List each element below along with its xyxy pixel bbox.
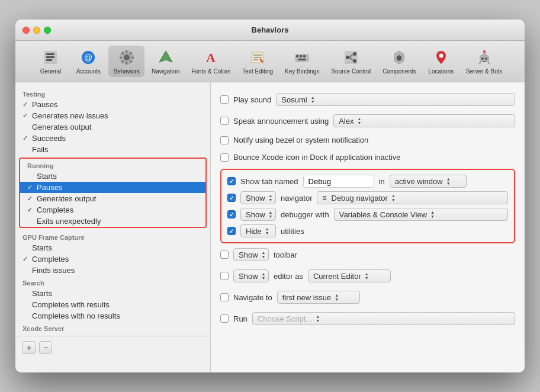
hide-utilities-checkbox[interactable] (227, 227, 236, 235)
up-arrow-icon: ▲ (391, 194, 396, 198)
toolbar-item-key-bindings[interactable]: Key Bindings (280, 46, 324, 77)
navigator-type-select[interactable]: ≡ Debug navigator ▲ ▼ (317, 191, 508, 204)
sidebar-item-testing-pauses[interactable]: ✓ Pauses (15, 99, 210, 110)
speak-voice-select[interactable]: Alex ▲ ▼ (333, 114, 515, 127)
svg-rect-17 (303, 55, 306, 57)
check-icon: ✓ (27, 184, 33, 191)
down-arrow-icon: ▼ (316, 319, 320, 323)
show-value: Show (246, 194, 265, 203)
show-toolbar-select[interactable]: Show ▲ ▼ (233, 248, 269, 261)
debugger-with-label: debugger with (281, 210, 329, 219)
source-control-icon (342, 48, 361, 67)
voice-arrows: ▲ ▼ (357, 117, 361, 125)
show-toolbar-checkbox[interactable] (220, 250, 229, 259)
up-arrow-icon: ▲ (335, 293, 339, 297)
hide-value: Hide (246, 227, 262, 236)
highlighted-settings-section: Show tab named in active window ▲ ▼ (220, 169, 515, 243)
sidebar-item-gpu-completes[interactable]: ✓ Completes (15, 253, 210, 265)
svg-rect-1 (46, 53, 54, 55)
sidebar-item-running-generates-output[interactable]: ✓ Generates output (20, 193, 205, 204)
down-arrow-icon: ▼ (430, 214, 435, 219)
svg-text:A: A (206, 50, 216, 65)
sidebar-item-search-starts[interactable]: Starts (15, 288, 210, 299)
add-behavior-button[interactable]: + (22, 341, 36, 354)
toolbar-item-server-bots[interactable]: Server & Bots (461, 46, 507, 77)
tab-name-input[interactable] (303, 175, 374, 188)
toolbar-label-source-control: Source Control (331, 68, 371, 75)
sidebar-item-search-completes-no-results[interactable]: Completes with no results (15, 310, 210, 322)
sound-value: Sosumi (281, 95, 307, 104)
show-editor-select[interactable]: Show ▲ ▼ (233, 269, 269, 282)
show-hide-select-navigator[interactable]: Show ▲ ▼ (240, 191, 276, 204)
sidebar-item-running-exits[interactable]: Exits unexpectedly (20, 216, 205, 227)
locations-icon (432, 48, 451, 67)
debugger-view-select[interactable]: Variables & Console View ▲ ▼ (334, 208, 508, 221)
sidebar-item-gpu-starts[interactable]: Starts (15, 242, 210, 253)
sidebar-item-running-pauses[interactable]: ✓ Pauses (20, 182, 205, 193)
toolbar-item-components[interactable]: Components (378, 46, 421, 77)
debugger-view-arrows: ▲ ▼ (430, 210, 435, 219)
bounce-icon-checkbox[interactable] (220, 153, 229, 162)
behaviors-icon (117, 48, 136, 67)
hide-show-select-utilities[interactable]: Hide ▲ ▼ (240, 224, 276, 237)
show-toolbar-arrows: ▲ ▼ (262, 250, 266, 259)
maximize-button[interactable] (44, 27, 51, 34)
main-window: Behaviors General @ Accounts (15, 20, 525, 372)
notify-bezel-label: Notify using bezel or system notificatio… (233, 136, 368, 144)
toolbar-item-navigation[interactable]: Navigation (147, 46, 184, 77)
sidebar-item-running-starts[interactable]: Starts (20, 171, 205, 182)
show-editor-value: Show (239, 272, 258, 281)
show-editor-row: Show ▲ ▼ editor as Current Editor ▲ ▼ (220, 268, 515, 284)
sidebar-item-search-completes-results[interactable]: Completes with results (15, 299, 210, 310)
sidebar-item-gpu-finds-issues[interactable]: Finds issues (15, 265, 210, 276)
svg-point-22 (353, 59, 356, 63)
close-button[interactable] (22, 27, 30, 34)
sidebar-item-testing-generates-output[interactable]: Generates output (15, 121, 210, 133)
play-sound-select[interactable]: Sosumi ▲ ▼ (276, 93, 515, 106)
show-debugger-checkbox[interactable] (227, 210, 236, 219)
bounce-icon-row: Bounce Xcode icon in Dock if application… (220, 152, 515, 163)
choose-script-placeholder: Choose Script... (258, 314, 313, 323)
minimize-button[interactable] (33, 27, 40, 34)
show-navigator-checkbox[interactable] (227, 194, 236, 202)
run-script-checkbox[interactable] (220, 314, 229, 323)
editor-type-select[interactable]: Current Editor ▲ ▼ (308, 269, 391, 282)
speak-announcement-checkbox[interactable] (220, 117, 229, 125)
toolbar-item-locations[interactable]: Locations (423, 46, 459, 77)
svg-rect-18 (298, 59, 306, 60)
sidebar-item-testing-succeeds[interactable]: ✓ Succeeds (15, 133, 210, 144)
svg-point-33 (483, 50, 486, 53)
svg-rect-2 (46, 56, 54, 58)
sidebar-section-search: Search (15, 276, 210, 288)
toolbar-label-server-bots: Server & Bots (466, 68, 503, 75)
sidebar-item-testing-generates-new[interactable]: ✓ Generates new issues (15, 110, 210, 121)
tab-location-select[interactable]: active window ▲ ▼ (390, 175, 467, 188)
show-debugger-arrows: ▲ ▼ (269, 210, 273, 219)
navigate-to-checkbox[interactable] (220, 293, 229, 301)
run-script-arrows: ▲ ▼ (316, 314, 320, 323)
toolbar-item-fonts-colors[interactable]: A Fonts & Colors (187, 46, 235, 77)
toolbar-item-behaviors[interactable]: Behaviors (108, 46, 144, 77)
navigation-icon (156, 48, 175, 67)
check-icon: ✓ (22, 112, 28, 120)
toolbar-item-text-editing[interactable]: Text Editing (237, 46, 278, 77)
editor-type-arrows: ▲ ▼ (365, 272, 369, 280)
svg-rect-15 (296, 55, 298, 57)
toolbar-label-key-bindings: Key Bindings (285, 68, 319, 75)
bounce-icon-label: Bounce Xcode icon in Dock if application… (233, 153, 401, 162)
play-sound-checkbox[interactable] (220, 95, 229, 104)
sidebar-item-running-completes[interactable]: ✓ Completes (20, 204, 205, 216)
toolbar-item-accounts[interactable]: @ Accounts (70, 46, 106, 77)
notify-bezel-checkbox[interactable] (220, 136, 229, 144)
show-tab-checkbox[interactable] (227, 177, 236, 185)
sidebar-item-testing-fails[interactable]: Fails (15, 144, 210, 155)
show-hide-select-debugger[interactable]: Show ▲ ▼ (240, 208, 276, 221)
navigate-to-value: first new issue (282, 293, 331, 302)
up-arrow-icon: ▲ (262, 272, 266, 276)
toolbar-item-source-control[interactable]: Source Control (326, 46, 375, 77)
show-editor-checkbox[interactable] (220, 272, 229, 280)
remove-behavior-button[interactable]: − (39, 341, 52, 354)
navigate-to-select[interactable]: first new issue ▲ ▼ (277, 291, 360, 304)
run-script-select[interactable]: Choose Script... ▲ ▼ (252, 312, 515, 325)
toolbar-item-general[interactable]: General (33, 46, 68, 77)
